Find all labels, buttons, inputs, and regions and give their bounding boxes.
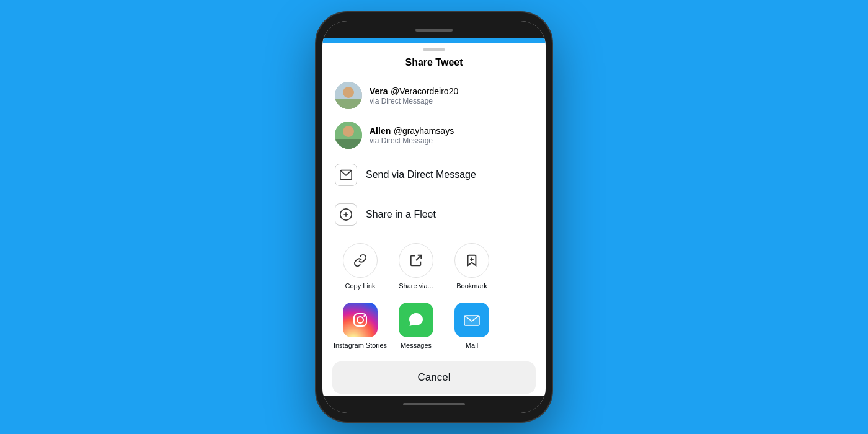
svg-point-5: [343, 126, 354, 137]
copy-link-circle: [343, 243, 378, 278]
share-fleet-label: Share in a Fleet: [366, 209, 436, 220]
share-via-label: Share via...: [399, 281, 433, 290]
bookmark-item[interactable]: Bookmark: [444, 243, 500, 290]
notch-bar: [322, 21, 546, 38]
vera-subtext: via Direct Message: [370, 97, 458, 105]
bookmark-label: Bookmark: [456, 281, 487, 290]
phone-wrapper: Share Tweet Vera @Veracordeiro20: [316, 12, 552, 422]
instagram-stories-item[interactable]: Instagram Stories: [332, 303, 388, 350]
copy-link-item[interactable]: Copy Link: [332, 243, 388, 290]
avatar-allen: [335, 122, 362, 149]
share-via-item[interactable]: Share via...: [388, 243, 444, 290]
send-dm-label: Send via Direct Message: [366, 169, 476, 180]
screen-content: Share Tweet Vera @Veracordeiro20: [322, 38, 546, 396]
cancel-section: Cancel: [322, 356, 546, 396]
sheet-title: Share Tweet: [322, 53, 546, 76]
svg-point-1: [343, 87, 354, 98]
notch-pill: [415, 29, 453, 32]
home-bar: [403, 403, 465, 405]
contact-allen-name-line: Allen @grayhamsays: [370, 125, 454, 136]
action-send-dm[interactable]: Send via Direct Message: [322, 155, 546, 195]
contact-info-allen: Allen @grayhamsays via Direct Message: [370, 125, 454, 145]
home-indicator: [322, 396, 546, 413]
icon-grid-section: Copy Link Share via...: [322, 234, 546, 296]
vera-handle: @Veracordeiro20: [391, 86, 458, 96]
messages-label: Messages: [401, 341, 432, 350]
plus-circle-icon: [335, 203, 357, 226]
contact-vera-name-line: Vera @Veracordeiro20: [370, 86, 458, 97]
contact-row-allen[interactable]: Allen @grayhamsays via Direct Message: [322, 115, 546, 155]
svg-point-16: [363, 315, 365, 317]
avatar-vera: [335, 82, 362, 109]
messages-item[interactable]: Messages: [388, 303, 444, 350]
allen-subtext: via Direct Message: [370, 136, 454, 145]
svg-rect-3: [335, 99, 362, 109]
app-icons-grid: Instagram Stories Messages: [332, 303, 536, 350]
mail-label: Mail: [466, 341, 478, 350]
drag-indicator: [322, 43, 546, 53]
icon-grid: Copy Link Share via...: [332, 243, 536, 290]
mail-item[interactable]: Mail: [444, 303, 500, 350]
vera-name: Vera: [370, 86, 388, 96]
instagram-label: Instagram Stories: [334, 341, 387, 350]
drag-pill: [423, 48, 445, 51]
allen-name: Allen: [370, 126, 391, 136]
instagram-icon: [343, 303, 378, 337]
mail-app-icon: [454, 303, 489, 337]
bookmark-circle: [454, 243, 489, 278]
allen-handle: @grayhamsays: [394, 126, 454, 136]
contact-row-vera[interactable]: Vera @Veracordeiro20 via Direct Message: [322, 76, 546, 115]
svg-point-15: [357, 317, 363, 323]
share-via-circle: [399, 243, 433, 278]
envelope-icon: [335, 164, 357, 186]
cancel-button[interactable]: Cancel: [332, 361, 536, 394]
copy-link-label: Copy Link: [345, 281, 376, 290]
top-hint: [322, 38, 546, 43]
contact-info-vera: Vera @Veracordeiro20 via Direct Message: [370, 86, 458, 105]
action-share-fleet[interactable]: Share in a Fleet: [322, 195, 546, 234]
phone-screen: Share Tweet Vera @Veracordeiro20: [322, 21, 546, 413]
app-icons-section: Instagram Stories Messages: [322, 296, 546, 356]
messages-icon: [399, 303, 433, 337]
